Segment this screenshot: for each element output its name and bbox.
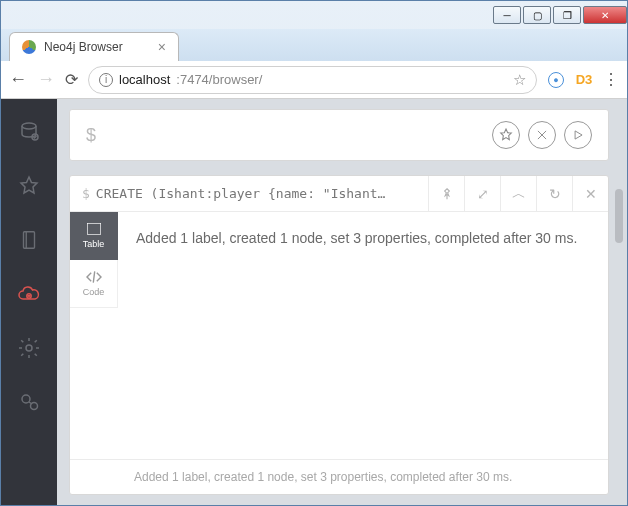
minimize-button[interactable]: ─: [493, 6, 521, 24]
view-tab-table-label: Table: [83, 239, 105, 249]
result-query-text: CREATE (Ishant:player {name: "Ishant…: [96, 186, 386, 201]
result-prompt: $: [82, 186, 90, 201]
result-toolbar: ⤢ ︿ ↻ ✕: [428, 176, 608, 211]
scrollbar-thumb[interactable]: [615, 189, 623, 243]
svg-rect-2: [24, 232, 35, 249]
editor-prompt: $: [86, 125, 96, 146]
browser-toolbar: ← → ⟳ i localhost:7474/browser/ ☆ ● D3 ⋮: [1, 61, 627, 99]
app-main: $ $ CREATE (Ishant:player {name: "Ishant…: [57, 99, 627, 505]
svg-point-5: [26, 345, 32, 351]
sidebar-about-icon[interactable]: [1, 375, 57, 429]
result-header: $ CREATE (Ishant:player {name: "Ishant… …: [70, 176, 608, 212]
extension-icon-2[interactable]: D3: [575, 71, 593, 89]
titlebar: ─ ▢ ❐ ✕: [1, 1, 627, 29]
sidebar-settings-icon[interactable]: [1, 321, 57, 375]
view-tab-code[interactable]: Code: [70, 260, 118, 308]
result-body: Table Code Added 1 label, created 1 node…: [70, 212, 608, 459]
main-scrollbar[interactable]: [615, 107, 623, 497]
result-footer: Added 1 label, created 1 node, set 3 pro…: [70, 459, 608, 494]
sidebar-database-icon[interactable]: [1, 105, 57, 159]
result-message: Added 1 label, created 1 node, set 3 pro…: [118, 212, 608, 459]
url-host: localhost: [119, 72, 170, 87]
rerun-button[interactable]: ↻: [536, 176, 572, 211]
maximize-button[interactable]: ▢: [523, 6, 551, 24]
reload-button[interactable]: ⟳: [65, 70, 78, 89]
browser-menu-icon[interactable]: ⋮: [603, 70, 619, 89]
expand-button[interactable]: ⤢: [464, 176, 500, 211]
back-button[interactable]: ←: [9, 69, 27, 90]
close-result-button[interactable]: ✕: [572, 176, 608, 211]
result-view-tabs: Table Code: [70, 212, 118, 459]
forward-button: →: [37, 69, 55, 90]
browser-tabstrip: Neo4j Browser ×: [1, 29, 627, 61]
os-window: ─ ▢ ❐ ✕ Neo4j Browser × ← → ⟳ i localhos…: [0, 0, 628, 506]
restore-button[interactable]: ❐: [553, 6, 581, 24]
site-info-icon[interactable]: i: [99, 73, 113, 87]
bookmark-star-icon[interactable]: ☆: [513, 71, 526, 89]
favorite-query-button[interactable]: [492, 121, 520, 149]
app-sidebar: [1, 99, 57, 505]
address-bar[interactable]: i localhost:7474/browser/ ☆: [88, 66, 537, 94]
extension-icon-1[interactable]: ●: [547, 71, 565, 89]
pin-button[interactable]: [428, 176, 464, 211]
close-window-button[interactable]: ✕: [583, 6, 627, 24]
editor-actions: [492, 121, 592, 149]
result-query: $ CREATE (Ishant:player {name: "Ishant…: [70, 176, 428, 211]
svg-point-0: [22, 123, 36, 129]
sidebar-cloud-sync-icon[interactable]: [1, 267, 57, 321]
neo4j-app: $ $ CREATE (Ishant:player {name: "Ishant…: [1, 99, 627, 505]
sidebar-favorites-icon[interactable]: [1, 159, 57, 213]
view-tab-code-label: Code: [83, 287, 105, 297]
favicon-icon: [22, 40, 36, 54]
query-editor[interactable]: $: [69, 109, 609, 161]
url-path: :7474/browser/: [176, 72, 262, 87]
run-query-button[interactable]: [564, 121, 592, 149]
svg-rect-9: [87, 224, 100, 235]
svg-point-6: [22, 395, 30, 403]
clear-editor-button[interactable]: [528, 121, 556, 149]
window-controls: ─ ▢ ❐ ✕: [493, 6, 627, 24]
tab-title: Neo4j Browser: [44, 40, 123, 54]
browser-tab[interactable]: Neo4j Browser ×: [9, 32, 179, 61]
result-card: $ CREATE (Ishant:player {name: "Ishant… …: [69, 175, 609, 495]
query-input[interactable]: [106, 127, 482, 143]
close-tab-icon[interactable]: ×: [158, 39, 166, 55]
sidebar-documents-icon[interactable]: [1, 213, 57, 267]
view-tab-table[interactable]: Table: [70, 212, 118, 260]
collapse-up-button[interactable]: ︿: [500, 176, 536, 211]
